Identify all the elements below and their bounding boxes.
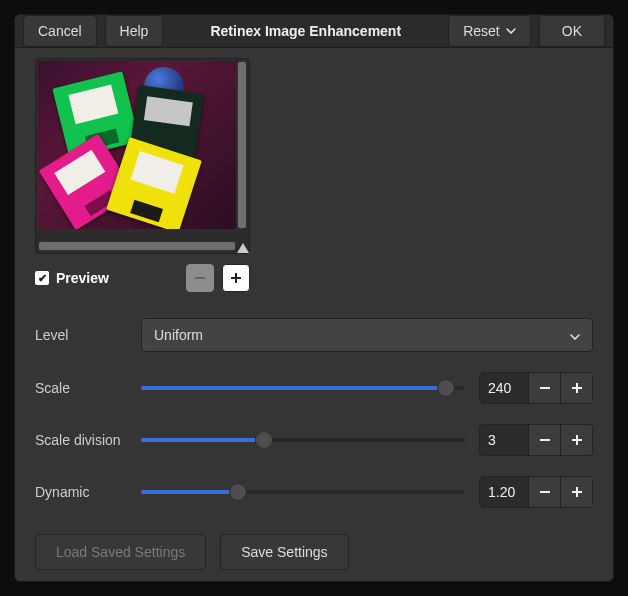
help-button[interactable]: Help — [105, 15, 164, 47]
load-saved-settings-button[interactable]: Load Saved Settings — [35, 534, 206, 570]
dynamic-label: Dynamic — [35, 484, 137, 500]
settings-form: Level Uniform Scale — [35, 318, 593, 508]
preview-area — [35, 58, 250, 254]
preview-image[interactable] — [38, 61, 236, 229]
svg-rect-0 — [195, 277, 205, 279]
scale-spinbox — [479, 372, 593, 404]
scale-division-control — [141, 424, 593, 456]
level-label: Level — [35, 327, 137, 343]
scale-slider[interactable] — [141, 378, 465, 398]
preview-navigation-icon[interactable] — [237, 243, 249, 253]
chevron-down-icon — [506, 28, 516, 34]
level-select[interactable]: Uniform — [141, 318, 593, 352]
dialog-content: ✔ Preview Level Uniform Scale — [15, 48, 613, 588]
dynamic-control — [141, 476, 593, 508]
dynamic-increment-button[interactable] — [560, 477, 592, 507]
svg-rect-9 — [540, 491, 550, 493]
level-select-value: Uniform — [154, 327, 203, 343]
footer-buttons: Load Saved Settings Save Settings — [35, 534, 593, 570]
slider-fill — [141, 438, 264, 442]
scrollbar-thumb[interactable] — [39, 242, 235, 250]
preview-vertical-scrollbar[interactable] — [237, 61, 247, 229]
save-settings-button[interactable]: Save Settings — [220, 534, 348, 570]
svg-rect-3 — [540, 387, 550, 389]
slider-fill — [141, 490, 238, 494]
slider-fill — [141, 386, 446, 390]
cancel-button[interactable]: Cancel — [23, 15, 97, 47]
zoom-in-button[interactable] — [222, 264, 250, 292]
svg-rect-8 — [572, 439, 582, 441]
plus-icon — [230, 272, 242, 284]
dialog-title: Retinex Image Enhancement — [171, 23, 440, 39]
preview-toggle-row: ✔ Preview — [35, 264, 250, 292]
preview-checkbox[interactable]: ✔ — [35, 271, 49, 285]
scale-division-slider[interactable] — [141, 430, 465, 450]
preview-checkbox-label: Preview — [56, 270, 186, 286]
slider-thumb[interactable] — [255, 431, 273, 449]
scale-division-increment-button[interactable] — [560, 425, 592, 455]
dynamic-input[interactable] — [480, 477, 528, 507]
slider-thumb[interactable] — [437, 379, 455, 397]
dynamic-decrement-button[interactable] — [528, 477, 560, 507]
zoom-out-button — [186, 264, 214, 292]
scale-decrement-button[interactable] — [528, 373, 560, 403]
dynamic-slider[interactable] — [141, 482, 465, 502]
minus-icon — [538, 433, 552, 447]
minus-icon — [538, 485, 552, 499]
minus-icon — [194, 272, 206, 284]
scale-division-spinbox — [479, 424, 593, 456]
scrollbar-thumb[interactable] — [238, 62, 246, 228]
preview-horizontal-scrollbar[interactable] — [38, 241, 236, 251]
scale-control — [141, 372, 593, 404]
svg-rect-2 — [231, 277, 241, 279]
ok-button[interactable]: OK — [539, 15, 605, 47]
plus-icon — [570, 381, 584, 395]
slider-thumb[interactable] — [229, 483, 247, 501]
svg-rect-5 — [572, 387, 582, 389]
chevron-down-icon — [570, 327, 580, 343]
dynamic-spinbox — [479, 476, 593, 508]
scale-increment-button[interactable] — [560, 373, 592, 403]
svg-rect-11 — [572, 491, 582, 493]
titlebar: Cancel Help Retinex Image Enhancement Re… — [15, 15, 613, 48]
scale-input[interactable] — [480, 373, 528, 403]
svg-rect-6 — [540, 439, 550, 441]
scale-division-decrement-button[interactable] — [528, 425, 560, 455]
scale-division-label: Scale division — [35, 432, 137, 448]
plus-icon — [570, 433, 584, 447]
dialog-window: Cancel Help Retinex Image Enhancement Re… — [14, 14, 614, 582]
reset-button[interactable]: Reset — [448, 15, 531, 47]
plus-icon — [570, 485, 584, 499]
scale-division-input[interactable] — [480, 425, 528, 455]
scale-label: Scale — [35, 380, 137, 396]
minus-icon — [538, 381, 552, 395]
reset-button-label: Reset — [463, 23, 500, 39]
